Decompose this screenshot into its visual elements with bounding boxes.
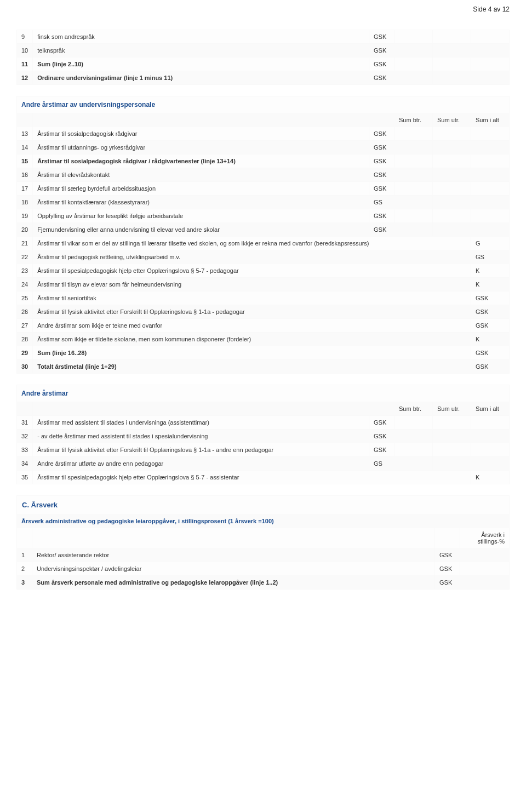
row-desc: Årstimar til elevrådskontakt <box>33 168 369 182</box>
row-num: 29 <box>17 346 33 360</box>
cell <box>433 196 471 209</box>
row-num: 22 <box>17 250 33 264</box>
cell <box>471 44 510 58</box>
row-desc: Andre årstimar som ikkje er tekne med ov… <box>33 319 471 333</box>
row-desc: Undervisningsinspektør / avdelingsleiar <box>32 562 435 576</box>
cell <box>471 71 510 85</box>
cell <box>395 196 433 209</box>
table-row: 35Årstimar til spesialpedagogisk hjelp e… <box>17 471 510 484</box>
row-code: GSK <box>369 182 395 196</box>
table-row: 28Årstimar som ikkje er tildelte skolane… <box>17 333 510 346</box>
col-sum-btr: Sum btr. <box>395 113 433 127</box>
table-row: 24Årstimar til tilsyn av elevar som får … <box>17 278 510 291</box>
cell <box>395 168 433 182</box>
table-top: 9 finsk som andrespråk GSK 10 teiknspråk… <box>16 30 510 85</box>
row-num: 35 <box>17 471 33 484</box>
cell <box>33 402 369 416</box>
row-code: GSK <box>369 416 395 430</box>
row-code: GSK <box>369 71 395 85</box>
cell <box>471 457 510 471</box>
row-code: K <box>471 333 510 346</box>
row-num: 1 <box>17 548 32 562</box>
row-code: GSK <box>369 44 395 58</box>
section-c-heading-row: C. Årsverk <box>17 496 510 514</box>
row-code: GSK <box>369 430 395 443</box>
row-code: GSK <box>471 291 510 305</box>
row-num: 28 <box>17 333 33 346</box>
section-header-row: Andre årstimar <box>17 385 510 402</box>
table-andre-arstimar: Andre årstimar Sum btr. Sum utr. Sum i a… <box>16 385 510 484</box>
table-row: 1Rektor/ assisterande rektorGSK <box>17 548 510 562</box>
cell <box>433 71 471 85</box>
cell <box>471 30 510 44</box>
table-row: 17Årstimar til særleg byrdefull arbeidss… <box>17 182 510 196</box>
section-title: Andre årstimar av undervisningspersonale <box>17 96 510 113</box>
table-row: 22Årstimar til pedagogisk rettleiing, ut… <box>17 250 510 264</box>
row-num: 25 <box>17 291 33 305</box>
row-desc: Årstimar til utdannings- og yrkesrådgiva… <box>33 141 369 155</box>
cell <box>433 443 471 457</box>
column-head-row: Sum btr. Sum utr. Sum i alt <box>17 113 510 127</box>
cell <box>395 457 433 471</box>
row-desc: Sum årsverk personale med administrative… <box>32 576 435 590</box>
row-desc: Fjernundervisning eller anna undervisnin… <box>33 223 369 237</box>
cell <box>395 209 433 223</box>
table-row: 34Andre årstimar utførte av andre enn pe… <box>17 457 510 471</box>
row-code: GSK <box>471 360 510 374</box>
row-num: 26 <box>17 305 33 319</box>
section-title: Andre årstimar <box>17 385 510 402</box>
table-row: 30Totalt årstimetal (linje 1+29)GSK <box>17 360 510 374</box>
cell <box>435 528 460 548</box>
row-desc: Årstimar til fysisk aktivitet etter Fors… <box>33 443 369 457</box>
row-num: 19 <box>17 209 33 223</box>
cell <box>395 58 433 71</box>
cell <box>460 548 510 562</box>
row-code: GSK <box>369 223 395 237</box>
cell <box>471 209 510 223</box>
table-row: 23Årstimar til spesialpedagogisk hjelp e… <box>17 264 510 278</box>
table-row: 9 finsk som andrespråk GSK <box>17 30 510 44</box>
row-desc: Ordinære undervisningstimar (linje 1 min… <box>33 71 369 85</box>
row-desc: Årstimar til spesialpedagogisk hjelp ett… <box>33 471 471 484</box>
cell <box>395 44 433 58</box>
row-desc: Årstimar som ikkje er tildelte skolane, … <box>33 333 471 346</box>
cell <box>395 141 433 155</box>
table-row: 2Undervisningsinspektør / avdelingsleiar… <box>17 562 510 576</box>
cell <box>433 209 471 223</box>
row-desc: teiknspråk <box>33 44 369 58</box>
cell <box>433 457 471 471</box>
row-num: 30 <box>17 360 33 374</box>
row-code: K <box>471 264 510 278</box>
table-row: 26Årstimar til fysisk aktivitet etter Fo… <box>17 305 510 319</box>
row-code: GSK <box>369 443 395 457</box>
cell <box>471 141 510 155</box>
cell <box>471 168 510 182</box>
cell <box>471 416 510 430</box>
table-row: 15Årstimar til sosialpedagogisk rådgivar… <box>17 155 510 168</box>
column-head-row: Årsverk i stillings-% <box>17 528 510 548</box>
row-desc: Årstimar til vikar som er del av stillin… <box>33 237 471 250</box>
cell <box>395 443 433 457</box>
row-code: GSK <box>471 319 510 333</box>
col-sum-utr: Sum utr. <box>433 402 471 416</box>
cell <box>17 528 32 548</box>
cell <box>460 576 510 590</box>
row-code: GS <box>471 250 510 264</box>
table-andre-undervisning: Andre årstimar av undervisningspersonale… <box>16 96 510 374</box>
row-num: 34 <box>17 457 33 471</box>
cell <box>32 528 435 548</box>
row-code: K <box>471 471 510 484</box>
row-desc: Årstimar til særleg byrdefull arbeidssit… <box>33 182 369 196</box>
cell <box>433 430 471 443</box>
row-desc: Årstimar til tilsyn av elevar som får he… <box>33 278 471 291</box>
cell <box>433 58 471 71</box>
row-num: 11 <box>17 58 33 71</box>
row-num: 21 <box>17 237 33 250</box>
row-desc: Sum (linje 2..10) <box>33 58 369 71</box>
cell <box>395 30 433 44</box>
table-row: 12 Ordinære undervisningstimar (linje 1 … <box>17 71 510 85</box>
row-code: GSK <box>369 168 395 182</box>
table-row: 11 Sum (linje 2..10) GSK <box>17 58 510 71</box>
table-row: 16Årstimar til elevrådskontaktGSK <box>17 168 510 182</box>
row-num: 3 <box>17 576 32 590</box>
